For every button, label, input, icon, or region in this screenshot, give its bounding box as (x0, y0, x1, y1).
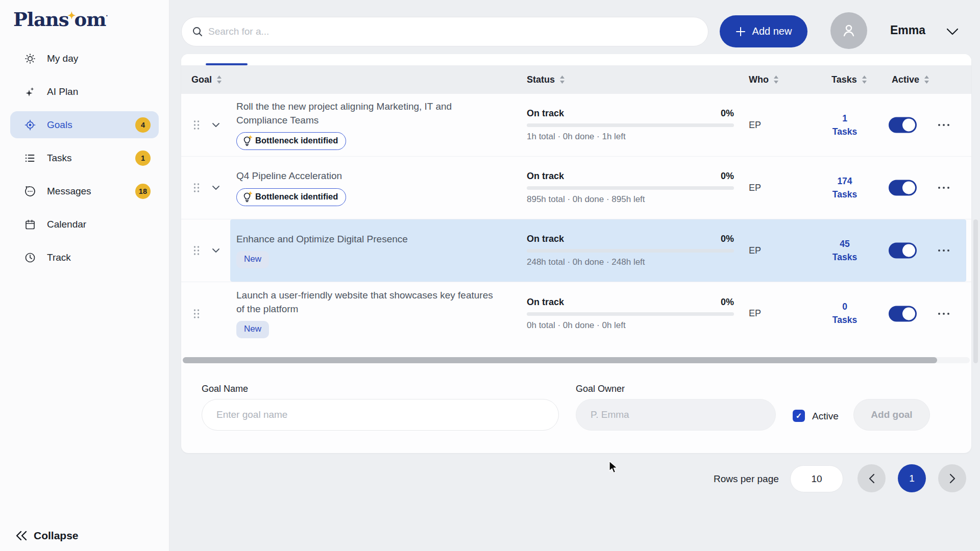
row-menu-button[interactable] (938, 249, 950, 252)
goal-title[interactable]: Launch a user-friendly website that show… (236, 289, 499, 315)
active-checkbox-label: Active (812, 411, 839, 422)
who-label: EP (749, 219, 761, 282)
goal-owner-input[interactable] (576, 399, 776, 431)
rows-per-page-select[interactable]: 10 (790, 465, 843, 492)
row-menu-button[interactable] (938, 123, 950, 127)
sidebar-item-track[interactable]: Track (10, 244, 159, 271)
sort-icon (216, 76, 222, 84)
who-label: EP (749, 282, 761, 345)
progress-bar (527, 312, 734, 316)
user-menu-chevron-icon[interactable] (945, 27, 960, 36)
toggle-knob (902, 244, 915, 257)
progress-bar (527, 123, 734, 127)
active-checkbox[interactable] (793, 410, 805, 422)
hours-summary: 895h total · 0h done · 895h left (527, 194, 734, 205)
target-icon (23, 119, 37, 131)
add-new-button[interactable]: Add new (720, 15, 807, 47)
column-header-status[interactable]: Status (527, 65, 565, 94)
chevron-left-icon (868, 473, 875, 484)
vertical-scrollbar-thumb[interactable] (973, 219, 978, 363)
table-row: Launch a user-friendly website that show… (181, 282, 971, 345)
column-header-goal[interactable]: Goal (191, 65, 222, 94)
drag-handle-icon[interactable] (193, 245, 200, 256)
column-header-who[interactable]: Who (749, 65, 779, 94)
goal-title[interactable]: Q4 Pipeline Acceleration (236, 169, 342, 183)
tab-strip (181, 54, 971, 65)
horizontal-scrollbar-thumb[interactable] (183, 357, 937, 363)
avatar[interactable] (830, 12, 867, 49)
chevron-right-icon (949, 473, 956, 484)
expand-chevron-icon[interactable] (212, 122, 220, 128)
bottleneck-badge[interactable]: ✦ Bottleneck identified (236, 132, 346, 150)
status-label: On track (527, 171, 564, 182)
percent-label: 0% (721, 171, 734, 182)
tasks-link[interactable]: 174 Tasks (820, 157, 869, 219)
rows-per-page-label: Rows per page (714, 473, 779, 485)
sidebar-item-label: Track (47, 252, 71, 263)
drag-handle-icon[interactable] (193, 183, 200, 193)
sort-icon (862, 76, 867, 84)
goal-title[interactable]: Enhance and Optimize Digital Presence (236, 233, 408, 246)
prev-page-button[interactable] (857, 464, 886, 492)
chat-bubble-icon (23, 185, 37, 197)
tasks-link[interactable]: 45 Tasks (820, 219, 869, 282)
goals-table-card: Goal Status Who Tasks Active (181, 54, 971, 453)
sidebar-item-calendar[interactable]: Calendar (10, 211, 159, 238)
collapse-sidebar-button[interactable]: Collapse (15, 530, 79, 542)
drag-handle-icon[interactable] (193, 309, 200, 319)
expand-chevron-icon[interactable] (212, 248, 220, 253)
horizontal-scrollbar[interactable] (183, 357, 970, 363)
person-icon (840, 22, 857, 39)
expand-chevron-icon[interactable] (212, 185, 220, 190)
calendar-icon (23, 218, 37, 231)
goal-name-label: Goal Name (202, 384, 248, 394)
active-toggle[interactable] (889, 306, 917, 321)
active-toggle[interactable] (889, 180, 917, 196)
column-header-tasks[interactable]: Tasks (831, 65, 867, 94)
sun-icon (23, 53, 37, 65)
toggle-knob (902, 119, 915, 132)
drag-handle-icon[interactable] (193, 120, 200, 130)
sidebar-item-label: Calendar (47, 219, 86, 230)
progress-bar (527, 249, 734, 253)
next-page-button[interactable] (938, 464, 966, 492)
logo-star-icon: ✦ (68, 10, 76, 21)
sidebar-item-goals[interactable]: Goals 4 (10, 111, 159, 138)
table-row: Q4 Pipeline Acceleration ✦ Bottleneck id… (181, 157, 971, 219)
add-goal-button[interactable]: Add goal (853, 399, 930, 431)
sidebar-item-tasks[interactable]: Tasks 1 (10, 144, 159, 171)
tasks-count-badge: 1 (135, 151, 151, 166)
search-icon (192, 26, 203, 37)
app-logo[interactable]: Plans✦om· (13, 8, 108, 31)
table-row-selected: Enhance and Optimize Digital Presence Ne… (181, 219, 971, 282)
sidebar-item-messages[interactable]: Messages 18 (10, 178, 159, 205)
sort-icon (773, 76, 779, 84)
toggle-knob (902, 307, 915, 320)
sort-icon (924, 76, 929, 84)
status-label: On track (527, 234, 564, 244)
table-row: Roll the the new project aligning Market… (181, 94, 971, 157)
goal-name-input[interactable] (202, 399, 559, 431)
page-1-button[interactable]: 1 (898, 464, 926, 492)
progress-bar (527, 186, 734, 190)
goal-title[interactable]: Roll the the new project aligning Market… (236, 100, 499, 127)
tasks-link[interactable]: 0 Tasks (820, 282, 869, 345)
goals-count-badge: 4 (135, 117, 151, 133)
sidebar-item-ai-plan[interactable]: AI Plan (10, 78, 159, 105)
row-menu-button[interactable] (938, 312, 950, 315)
bottleneck-badge[interactable]: ✦ Bottleneck identified (236, 188, 346, 206)
list-icon (23, 152, 37, 164)
row-menu-button[interactable] (938, 186, 950, 189)
column-header-active[interactable]: Active (892, 65, 929, 94)
sidebar-item-my-day[interactable]: My day (10, 45, 159, 72)
table-header: Goal Status Who Tasks Active (181, 65, 971, 94)
sidebar-item-label: AI Plan (47, 86, 78, 97)
tasks-link[interactable]: 1 Tasks (820, 94, 869, 156)
sidebar-item-label: Messages (47, 186, 91, 197)
active-toggle[interactable] (889, 117, 917, 133)
active-toggle[interactable] (889, 243, 917, 259)
status-label: On track (527, 108, 564, 119)
sort-icon (559, 76, 565, 84)
user-name[interactable]: Emma (890, 23, 925, 37)
search-input[interactable] (208, 26, 698, 37)
